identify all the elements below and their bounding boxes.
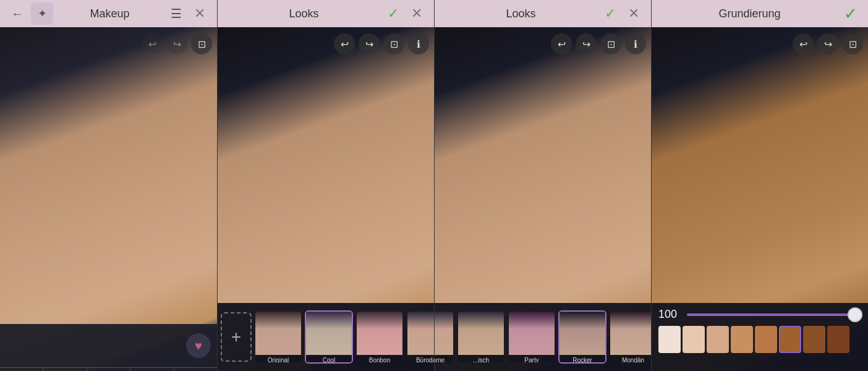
tab-auge[interactable]: Auge xyxy=(130,368,174,371)
look-thumb-original[interactable]: Original xyxy=(254,310,302,364)
undo-icon-p4: ↩ xyxy=(799,38,807,50)
panel4-face-icons: ↩ ↪ ⊡ xyxy=(793,33,863,54)
add-look-button[interactable]: + xyxy=(221,312,252,362)
crop-icon-panel2[interactable]: ⊡ xyxy=(383,33,404,54)
confirm-button-panel2[interactable]: ✓ xyxy=(383,4,403,23)
swatch-4[interactable] xyxy=(755,326,777,353)
face-image-1 xyxy=(0,27,217,371)
divider-1 xyxy=(217,0,218,371)
confirm-button-panel4[interactable]: ✓ xyxy=(841,4,861,23)
crop-icon-p2: ⊡ xyxy=(390,38,398,50)
crop-icon-panel1[interactable]: ⊡ xyxy=(191,33,212,54)
plus-icon: + xyxy=(231,327,241,347)
toolbar-tabs: Looks Haut Gesicht Auge Mund xyxy=(0,367,217,371)
look-thumb-rocker[interactable]: Rocker xyxy=(558,310,606,364)
look-thumb-bonbon[interactable]: Bonbon xyxy=(355,310,404,364)
crop-icon-p4: ⊡ xyxy=(849,38,857,50)
thumb-face-cool xyxy=(306,312,352,355)
redo-icon-panel4[interactable]: ↪ xyxy=(817,33,838,54)
favorite-button[interactable]: ♥ xyxy=(186,333,211,358)
close-icon-panel3: ✕ xyxy=(628,6,639,22)
thumb-label-cool: Cool xyxy=(306,355,352,364)
crop-icon-p3: ⊡ xyxy=(607,38,615,50)
divider-3 xyxy=(651,0,652,371)
crop-icon-panel4[interactable]: ⊡ xyxy=(842,33,863,54)
undo-icon-panel3[interactable]: ↩ xyxy=(551,33,572,54)
check-icon-panel4: ✓ xyxy=(844,4,857,23)
thumb-face-rocker xyxy=(560,312,605,355)
swatch-7[interactable] xyxy=(827,326,849,353)
color-swatches xyxy=(658,326,861,353)
look-thumb-cool[interactable]: Cool xyxy=(305,310,353,364)
panel1-title: Makeup xyxy=(90,7,129,20)
close-icon-panel2: ✕ xyxy=(411,6,422,22)
thumb-face-party xyxy=(509,312,555,355)
panel1-face-icons: ↩ ↪ ⊡ xyxy=(142,33,212,54)
slider-track[interactable] xyxy=(687,313,861,316)
undo-icon-p3: ↩ xyxy=(558,38,566,50)
tab-looks[interactable]: Looks xyxy=(0,368,43,371)
list-icon: ☰ xyxy=(171,6,182,21)
panel3-title: Looks xyxy=(506,7,535,20)
tab-haut[interactable]: Haut xyxy=(43,368,87,371)
close-button-panel2[interactable]: ✕ xyxy=(407,4,427,23)
look-thumb-burodame[interactable]: Bürodame xyxy=(406,310,454,364)
look-thumbs: Original Cool Bonbon Bürodame ...isch Pa… xyxy=(254,310,651,364)
check-icon: ✓ xyxy=(388,6,399,22)
info-icon-panel2[interactable]: ℹ xyxy=(408,33,429,54)
redo-icon: ↪ xyxy=(173,38,181,50)
undo-icon-panel4[interactable]: ↩ xyxy=(793,33,814,54)
redo-icon-panel1[interactable]: ↪ xyxy=(166,33,187,54)
face-panel-1: ↩ ↪ ⊡ ♥ Looks Haut Gesicht Auge xyxy=(0,27,217,371)
close-button-panel3[interactable]: ✕ xyxy=(624,4,644,23)
look-thumb-mondan[interactable]: Mondän xyxy=(609,310,651,364)
slider-fill xyxy=(687,313,852,316)
list-button[interactable]: ☰ xyxy=(166,4,186,23)
thumb-label-mondan: Mondän xyxy=(610,355,651,364)
thumb-face-original xyxy=(255,312,301,355)
panel3-face-icons: ↩ ↪ ⊡ ℹ xyxy=(551,33,646,54)
swatch-2[interactable] xyxy=(707,326,729,353)
undo-icon-panel1[interactable]: ↩ xyxy=(142,33,163,54)
swatch-6[interactable] xyxy=(803,326,825,353)
thumb-face-bonbon xyxy=(357,312,402,355)
undo-icon-panel2[interactable]: ↩ xyxy=(334,33,355,54)
magic-icon-button[interactable]: ✦ xyxy=(31,2,53,25)
slider-value: 100 xyxy=(658,308,681,321)
tab-mund[interactable]: Mund xyxy=(174,368,217,371)
swatch-3[interactable] xyxy=(731,326,753,353)
close-button-panel1[interactable]: ✕ xyxy=(190,4,210,23)
divider-2 xyxy=(434,0,435,371)
slider-thumb[interactable] xyxy=(848,307,862,322)
thumb-label-original: Original xyxy=(255,355,301,364)
heart-icon: ♥ xyxy=(195,339,202,353)
back-button[interactable]: ← xyxy=(7,4,27,23)
undo-icon-p2: ↩ xyxy=(341,38,349,50)
thumb-label-bonbon: Bonbon xyxy=(357,355,402,364)
slider-row: 100 xyxy=(658,308,861,321)
info-icon-panel3[interactable]: ℹ xyxy=(625,33,646,54)
crop-icon: ⊡ xyxy=(198,38,206,50)
redo-icon-p4: ↪ xyxy=(824,38,832,50)
redo-icon-p2: ↪ xyxy=(365,38,373,50)
swatch-1[interactable] xyxy=(683,326,705,353)
tab-gesicht[interactable]: Gesicht xyxy=(87,368,130,371)
panel4-bottom: 100 xyxy=(651,303,868,371)
undo-icon: ↩ xyxy=(148,38,156,50)
thumb-face-mondan xyxy=(610,312,651,355)
panel4-header: Grundierung ✓ xyxy=(651,0,868,27)
thumb-face-burodame xyxy=(407,312,453,355)
redo-icon-panel3[interactable]: ↪ xyxy=(576,33,597,54)
panel3-header: Looks ✓ ✕ xyxy=(434,0,651,27)
panel1-header: ← ✦ Makeup ☰ ✕ xyxy=(0,0,217,27)
swatch-5[interactable] xyxy=(779,326,801,353)
redo-icon-p3: ↪ xyxy=(582,38,590,50)
thumb-label-rocker: Rocker xyxy=(560,355,605,364)
confirm-button-panel3[interactable]: ✓ xyxy=(600,4,620,23)
crop-icon-panel3[interactable]: ⊡ xyxy=(600,33,621,54)
panel1-right-actions: ☰ ✕ xyxy=(166,4,210,23)
swatch-0[interactable] xyxy=(658,326,681,353)
redo-icon-panel2[interactable]: ↪ xyxy=(359,33,380,54)
look-thumb-party[interactable]: Party xyxy=(508,310,556,364)
look-thumb-isch[interactable]: ...isch xyxy=(457,310,505,364)
